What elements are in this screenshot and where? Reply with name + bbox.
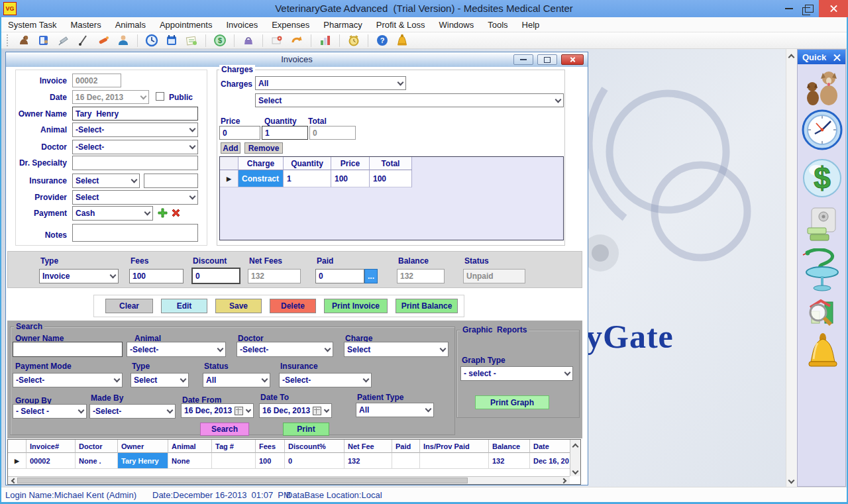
- charges-filter-combobox[interactable]: All: [255, 76, 406, 90]
- public-checkbox[interactable]: [156, 92, 164, 101]
- toolbar-help-icon[interactable]: ?: [375, 33, 390, 48]
- search-type-combobox[interactable]: Select: [131, 373, 189, 387]
- invoices-minimize-button[interactable]: [513, 54, 533, 65]
- patient-type-combobox[interactable]: All: [356, 403, 434, 417]
- remove-charge-button[interactable]: Remove: [244, 142, 283, 154]
- toolbar-calendar-icon[interactable]: [164, 33, 179, 48]
- add-charge-button[interactable]: Add: [221, 142, 240, 154]
- toolbar-dollar-coin-icon[interactable]: $: [213, 33, 227, 48]
- type-combobox[interactable]: Invoice: [39, 269, 119, 283]
- charges-grid-row[interactable]: ▶ Constract 1 100 100: [220, 170, 563, 187]
- delete-button[interactable]: Delete: [270, 299, 316, 313]
- group-by-combobox[interactable]: - Select -: [13, 404, 87, 419]
- owner-name-field[interactable]: Tary Henry: [72, 107, 198, 121]
- toolbar-lab-probe-icon[interactable]: [76, 33, 91, 48]
- payment-combobox[interactable]: Cash: [72, 206, 153, 221]
- charge-select-combobox[interactable]: Select: [255, 93, 564, 107]
- graphic-reports-group-label: Graphic Reports: [460, 325, 529, 334]
- toolbar-hand-bell-icon[interactable]: [395, 33, 409, 48]
- date-to-picker[interactable]: 16 Dec, 2013: [259, 403, 332, 418]
- quick-safe-icon[interactable]: [806, 206, 839, 243]
- quick-pharmacy-icon[interactable]: [802, 247, 843, 293]
- menu-item-profit-loss[interactable]: Profit & Loss: [376, 20, 425, 30]
- menu-item-animals[interactable]: Animals: [115, 20, 146, 30]
- print-invoice-button[interactable]: Print Invoice: [324, 299, 388, 313]
- menu-item-help[interactable]: Help: [522, 20, 540, 30]
- add-payment-icon[interactable]: [157, 207, 168, 221]
- paid-field[interactable]: 0: [315, 269, 364, 283]
- quick-pets-icon[interactable]: [803, 66, 841, 107]
- notes-field[interactable]: [72, 224, 198, 242]
- search-print-button[interactable]: Print: [283, 423, 329, 436]
- toolbar-clock-icon[interactable]: [144, 33, 159, 48]
- price-field[interactable]: 0: [219, 126, 260, 140]
- quick-close-icon[interactable]: [833, 53, 841, 62]
- provider-combobox[interactable]: Select: [72, 190, 198, 205]
- toolbar-dog-icon[interactable]: [17, 33, 31, 48]
- menu-item-appointments[interactable]: Appointments: [160, 20, 213, 30]
- results-vertical-scrollbar[interactable]: [570, 440, 580, 476]
- search-insurance-combobox[interactable]: -Select-: [279, 373, 372, 387]
- menu-item-tools[interactable]: Tools: [488, 20, 507, 30]
- discount-field[interactable]: 0: [191, 268, 240, 284]
- graph-type-combobox[interactable]: - select -: [460, 366, 573, 381]
- toolbar-cash-register-icon[interactable]: [270, 33, 284, 48]
- toolbar-syringe-icon[interactable]: [56, 33, 71, 48]
- graph-type-label: Graph Type: [462, 356, 505, 365]
- remove-payment-icon[interactable]: [170, 207, 182, 221]
- search-owner-name-field[interactable]: [13, 342, 123, 357]
- search-charge-combobox[interactable]: Select: [344, 342, 449, 357]
- edit-button[interactable]: Edit: [161, 299, 207, 313]
- print-graph-button[interactable]: Print Graph: [475, 395, 549, 409]
- toolbar-marker-pen-icon[interactable]: [96, 33, 111, 48]
- toolbar-billing-note-icon[interactable]: [184, 33, 199, 48]
- search-status-combobox[interactable]: All: [203, 373, 270, 387]
- date-to-label: Date To: [260, 393, 289, 402]
- payment-mode-combobox[interactable]: -Select-: [13, 373, 123, 387]
- application-window: VG VeterinaryGate Advanced (Trial Versio…: [0, 0, 848, 504]
- search-animal-combobox[interactable]: -Select-: [127, 342, 226, 357]
- save-button[interactable]: Save: [215, 299, 262, 313]
- quick-dollar-icon[interactable]: $: [802, 156, 843, 201]
- toolbar-doctor-icon[interactable]: [116, 33, 131, 48]
- toolbar-undo-arrow-icon[interactable]: [290, 33, 304, 48]
- insurance-number-field[interactable]: [144, 174, 198, 188]
- toolbar-purse-icon[interactable]: [241, 33, 256, 48]
- quick-bell-icon[interactable]: [806, 332, 839, 373]
- paid-browse-button[interactable]: ...: [364, 269, 378, 283]
- search-button[interactable]: Search: [200, 423, 249, 436]
- menu-item-invoices[interactable]: Invoices: [226, 20, 258, 30]
- close-button[interactable]: [819, 0, 848, 17]
- toolbar-bar-chart-icon[interactable]: [318, 33, 333, 48]
- doctor-combobox[interactable]: -Select-: [72, 140, 198, 154]
- print-balance-button[interactable]: Print Balance: [396, 299, 458, 313]
- toolbar-animal-book-icon[interactable]: [36, 33, 51, 48]
- minimize-button[interactable]: [779, 0, 799, 17]
- charges-filter-label: Charges: [221, 79, 252, 89]
- menu-item-expenses[interactable]: Expenses: [272, 20, 309, 30]
- search-doctor-combobox[interactable]: -Select-: [237, 342, 333, 357]
- dr-specialty-field[interactable]: [72, 156, 198, 170]
- restore-button[interactable]: [799, 0, 819, 17]
- quick-reports-icon[interactable]: [806, 296, 840, 330]
- menu-item-system-task[interactable]: System Task: [8, 20, 56, 30]
- status-date: Date:December 16-2013 01:07 PM: [152, 490, 291, 500]
- quick-clock-icon[interactable]: [801, 108, 843, 152]
- date-from-picker[interactable]: 16 Dec, 2013: [181, 403, 254, 418]
- results-row[interactable]: ▶ 00002 None . Tary Henry None 100 0 132…: [8, 453, 580, 469]
- animal-combobox[interactable]: -Select-: [72, 123, 198, 137]
- menu-item-pharmacy[interactable]: Pharmacy: [323, 20, 362, 30]
- invoices-restore-button[interactable]: [537, 54, 557, 65]
- insurance-combobox[interactable]: Select: [72, 174, 140, 188]
- fees-field[interactable]: 100: [129, 269, 184, 283]
- made-by-combobox[interactable]: -Select-: [89, 404, 176, 419]
- toolbar-alarm-clock-icon[interactable]: [346, 33, 361, 48]
- quantity-field[interactable]: 1: [262, 126, 308, 140]
- menu-item-masters[interactable]: Masters: [70, 20, 101, 30]
- background-brand-text: yGate: [586, 317, 674, 356]
- results-horizontal-scrollbar[interactable]: [8, 476, 570, 484]
- mdi-vertical-scrollbar[interactable]: [786, 49, 797, 487]
- menu-item-windows[interactable]: Windows: [439, 20, 474, 30]
- invoices-close-button[interactable]: [561, 54, 584, 65]
- clear-button[interactable]: Clear: [105, 299, 153, 313]
